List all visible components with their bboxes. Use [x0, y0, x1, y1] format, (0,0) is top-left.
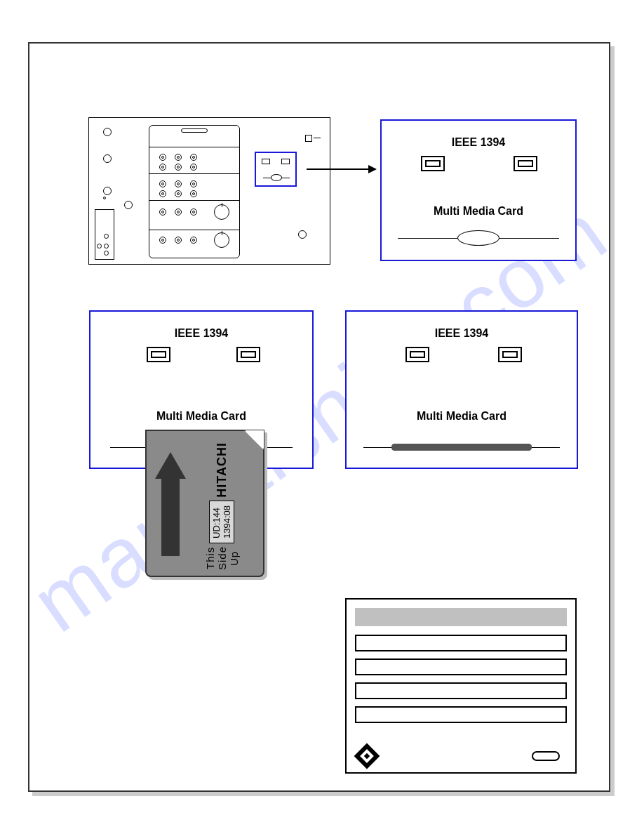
connector-icon: [103, 187, 112, 195]
osd-nav-icon: [358, 747, 376, 765]
card-slot-icon: [398, 227, 559, 249]
page-frame: manualshive.com: [28, 42, 610, 792]
dial-icon: [214, 232, 229, 248]
rca-icon: [190, 208, 197, 216]
rca-icon: [175, 190, 182, 197]
center-port-grid: [149, 125, 240, 258]
rca-icon: [159, 180, 166, 187]
io-detail-panel-3: IEEE 1394 Multi Media Card: [345, 310, 578, 469]
firewire-port-icon: [405, 347, 429, 362]
rca-icon: [190, 164, 197, 171]
connector-icon: [103, 154, 112, 163]
card-brand-label: HITACHI: [215, 442, 229, 498]
ieee1394-label: IEEE 1394: [435, 327, 489, 340]
mini-io-callout: [255, 152, 297, 187]
rca-icon: [159, 164, 166, 171]
card-ud-label: UD:144 1394:08: [209, 501, 234, 543]
firewire-port-icon: [514, 156, 537, 171]
ieee1394-label: IEEE 1394: [452, 136, 506, 149]
dot-icon: [103, 197, 106, 199]
dot-icon: [97, 244, 102, 249]
rca-icon: [159, 190, 166, 197]
rca-icon: [159, 154, 166, 161]
rca-icon: [190, 237, 197, 244]
osd-menu-panel: [345, 598, 577, 774]
dpad-icon: [354, 743, 380, 769]
firewire-port-icon: [281, 159, 290, 164]
osd-button-icon: [532, 751, 560, 761]
rca-icon: [175, 164, 182, 171]
rca-icon: [190, 190, 197, 197]
firewire-port-icon: [421, 156, 445, 171]
rca-icon: [159, 237, 166, 244]
io-detail-panel-1: IEEE 1394 Multi Media Card: [380, 119, 577, 261]
mmc-label: Multi Media Card: [417, 410, 507, 423]
connector-icon: [103, 128, 112, 136]
osd-header-bar: [355, 608, 567, 626]
dot-icon: [104, 251, 109, 256]
connector-icon: [181, 128, 208, 133]
firewire-port-icon: [236, 347, 260, 362]
connector-icon: [124, 201, 133, 209]
mmc-card-illustration: HITACHI UD:144 1394:08 This Side Up: [145, 430, 264, 577]
rca-icon: [175, 154, 182, 161]
device-back-panel: [88, 117, 330, 265]
firewire-port-icon: [262, 159, 270, 164]
rca-icon: [159, 208, 166, 216]
rca-icon: [190, 180, 197, 187]
dot-icon: [104, 234, 109, 239]
firewire-port-icon: [498, 347, 522, 362]
side-port-strip: [95, 209, 114, 260]
card-label-column: HITACHI UD:144 1394:08 This Side Up: [190, 446, 253, 566]
osd-menu-row: [355, 658, 567, 675]
mmc-label: Multi Media Card: [156, 410, 246, 423]
insert-arrow-icon: [155, 452, 186, 557]
dot-icon: [104, 244, 109, 249]
connector-icon: [298, 230, 307, 239]
rca-icon: [175, 237, 182, 244]
connector-icon: [305, 135, 312, 142]
line-icon: [314, 138, 321, 138]
ieee1394-label: IEEE 1394: [175, 327, 229, 340]
firewire-port-icon: [147, 347, 170, 362]
rca-icon: [190, 154, 197, 161]
card-side-label: This Side Up: [204, 546, 240, 570]
mmc-label: Multi Media Card: [434, 205, 523, 218]
callout-arrow-icon: [307, 168, 375, 170]
diagram-content: manualshive.com: [29, 44, 609, 790]
dial-icon: [214, 204, 229, 220]
rca-icon: [175, 180, 182, 187]
rca-icon: [175, 208, 182, 216]
card-slot-inserted-icon: [363, 437, 560, 458]
osd-menu-row: [355, 706, 567, 723]
osd-menu-row: [355, 682, 567, 699]
card-slot-icon: [263, 174, 290, 181]
osd-menu-row: [355, 635, 567, 651]
